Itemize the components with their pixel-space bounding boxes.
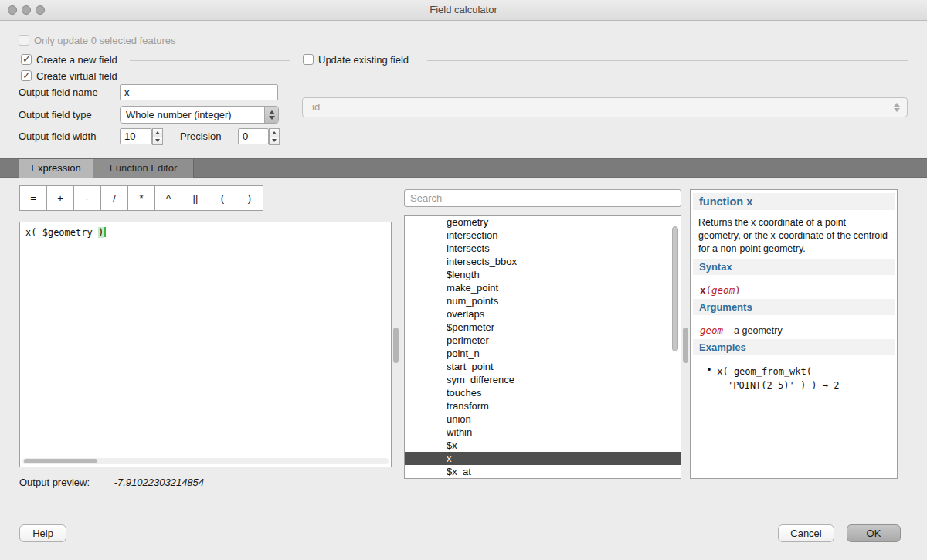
operator-button[interactable]: - xyxy=(73,185,101,211)
syntax-code: x(geom) xyxy=(700,284,888,296)
width-stepper[interactable] xyxy=(152,128,163,145)
syntax-paren: ) xyxy=(735,284,741,296)
operator-button[interactable]: ( xyxy=(209,185,236,211)
expression-token: ) xyxy=(98,227,104,238)
close-icon[interactable] xyxy=(8,5,17,15)
examples-heading: Examples xyxy=(693,339,895,355)
help-button[interactable]: Help xyxy=(19,524,66,542)
group-divider xyxy=(427,60,908,61)
output-field-type-label: Output field type xyxy=(19,108,92,122)
expression-editor[interactable]: x( $geometry ) xyxy=(19,222,392,467)
function-list-item[interactable]: sym_difference xyxy=(405,373,681,386)
minimize-icon[interactable] xyxy=(22,5,31,15)
create-new-field-label: Create a new field xyxy=(36,54,117,66)
precision-stepper[interactable] xyxy=(269,128,280,145)
function-list-item[interactable]: $x xyxy=(405,439,681,452)
ok-button[interactable]: OK xyxy=(847,524,901,542)
function-list-item[interactable]: point_n xyxy=(405,347,681,360)
operator-button[interactable]: ) xyxy=(236,185,263,211)
operator-button[interactable]: / xyxy=(100,185,128,211)
precision-input[interactable] xyxy=(238,128,269,144)
operator-button[interactable]: * xyxy=(127,185,155,211)
function-list-item[interactable]: geometry xyxy=(405,216,681,229)
function-help-panel: function x Returns the x coordinate of a… xyxy=(690,189,898,479)
chevron-up-down-icon xyxy=(894,103,900,112)
function-list-item[interactable]: touches xyxy=(405,386,681,399)
existing-field-value: id xyxy=(303,98,894,117)
checkbox-unchecked-icon xyxy=(303,54,314,65)
cancel-button[interactable]: Cancel xyxy=(778,524,834,542)
function-list-item[interactable]: num_points xyxy=(405,294,681,307)
text-cursor xyxy=(104,227,106,237)
panel-scrollbar-thumb[interactable] xyxy=(683,328,688,363)
function-list-item[interactable]: transform xyxy=(405,399,681,412)
output-field-type-value: Whole number (integer) xyxy=(121,107,264,123)
checkbox-unchecked-icon xyxy=(19,35,29,46)
function-list-item[interactable]: intersects_bbox xyxy=(405,255,681,268)
operator-row: =+-/*^||() xyxy=(19,185,263,211)
operator-button[interactable]: || xyxy=(182,185,209,211)
help-title: function x xyxy=(693,193,895,210)
tab-bar: Expression Function Editor xyxy=(0,158,927,178)
scrollbar-thumb[interactable] xyxy=(24,459,97,463)
function-list-item[interactable]: overlaps xyxy=(405,307,681,321)
argument-description: a geometry xyxy=(734,325,783,336)
window-title: Field calculator xyxy=(0,0,927,20)
expression-token: x( xyxy=(25,227,36,238)
operator-button[interactable]: = xyxy=(19,185,47,211)
stepper-down-icon[interactable] xyxy=(269,137,280,146)
update-existing-field-label: Update existing field xyxy=(318,54,409,66)
horizontal-scrollbar[interactable] xyxy=(22,458,389,464)
checkbox-checked-icon xyxy=(21,70,32,81)
output-field-type-select[interactable]: Whole number (integer) xyxy=(120,106,279,124)
output-preview-value: -7.91022303214854 xyxy=(114,477,204,488)
function-list-item[interactable]: make_point xyxy=(405,281,681,294)
create-virtual-field-label: Create virtual field xyxy=(36,70,117,82)
output-field-name-input[interactable] xyxy=(120,84,278,100)
function-list-item[interactable]: start_point xyxy=(405,360,681,373)
title-bar: Field calculator xyxy=(0,0,927,21)
function-list-scrollbar-thumb[interactable] xyxy=(672,226,678,351)
stepper-up-icon[interactable] xyxy=(269,128,280,137)
function-list-item[interactable]: union xyxy=(405,412,681,426)
stepper-down-icon[interactable] xyxy=(152,137,163,146)
arguments-heading: Arguments xyxy=(693,299,895,315)
output-preview-label: Output preview: xyxy=(19,477,90,488)
function-list-item[interactable]: intersects xyxy=(405,242,681,255)
operator-button[interactable]: ^ xyxy=(154,185,182,211)
field-calculator-dialog: Field calculator Only update 0 selected … xyxy=(0,0,927,560)
output-field-width-input[interactable] xyxy=(120,128,152,144)
checkbox-checked-icon xyxy=(21,54,32,65)
example-code-line: 'POINT(2 5)' ) ) → 2 xyxy=(728,378,889,392)
search-input[interactable] xyxy=(404,189,681,207)
example-code-line: x( geom_from_wkt( xyxy=(717,365,812,378)
precision-label: Precision xyxy=(180,130,221,144)
tab-expression[interactable]: Expression xyxy=(19,159,93,178)
operator-button[interactable]: + xyxy=(46,185,74,211)
existing-field-select[interactable]: id xyxy=(302,97,908,117)
syntax-paren: ( xyxy=(706,284,712,296)
function-list-item[interactable]: x xyxy=(405,452,681,465)
argument-row: geom a geometry xyxy=(700,324,888,336)
output-preview: Output preview: -7.91022303214854 xyxy=(19,475,204,490)
example-item: • x( geom_from_wkt( 'POINT(2 5)' ) ) → 2 xyxy=(708,365,889,392)
update-existing-field-checkbox[interactable]: Update existing field xyxy=(303,53,409,66)
stepper-up-icon[interactable] xyxy=(152,128,163,137)
function-list-item[interactable]: $length xyxy=(405,268,681,281)
function-list-item[interactable]: intersection xyxy=(405,229,681,242)
function-list-item[interactable]: perimeter xyxy=(405,334,681,347)
only-update-label: Only update 0 selected features xyxy=(34,35,176,46)
expression-token: $geometry xyxy=(36,227,97,238)
help-description: Returns the x coordinate of a point geom… xyxy=(698,216,889,256)
function-list-item[interactable]: $x_at xyxy=(405,465,681,478)
expression-scrollbar-thumb[interactable] xyxy=(393,328,399,363)
only-update-checkbox[interactable]: Only update 0 selected features xyxy=(19,34,176,46)
function-list-item[interactable]: $perimeter xyxy=(405,321,681,334)
zoom-icon[interactable] xyxy=(36,5,45,15)
combobox-stepper-icon[interactable] xyxy=(264,107,278,123)
create-new-field-checkbox[interactable]: Create a new field xyxy=(21,53,117,66)
tab-function-editor[interactable]: Function Editor xyxy=(93,159,194,178)
argument-name: geom xyxy=(700,324,723,336)
function-list-item[interactable]: within xyxy=(405,426,681,439)
create-virtual-field-checkbox[interactable]: Create virtual field xyxy=(21,70,117,82)
